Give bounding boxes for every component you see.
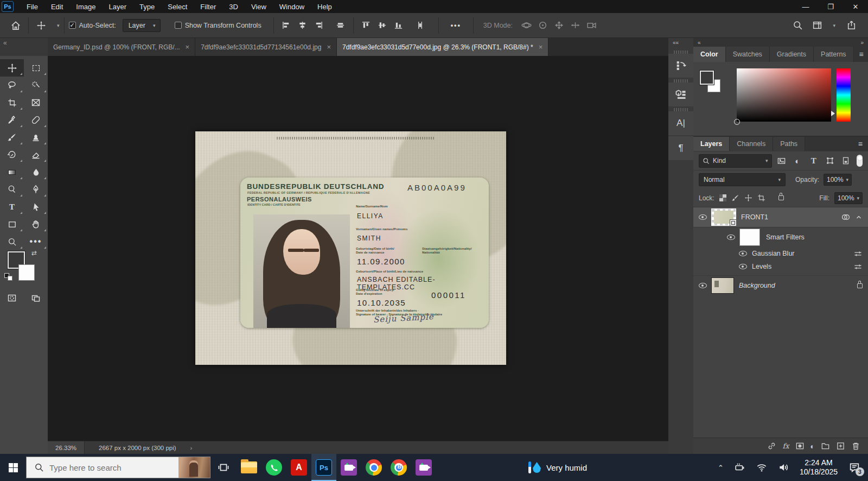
auto-select-layer-dropdown[interactable]: Layer ▾ <box>123 19 161 32</box>
filter-shape-layers-icon[interactable] <box>824 154 837 167</box>
color-cursor[interactable] <box>734 119 740 125</box>
filter-adjustment-layers-icon[interactable]: ◐ <box>791 154 804 167</box>
battery-icon[interactable] <box>735 462 745 473</box>
rectangle-tool[interactable] <box>0 216 24 233</box>
align-center-vertical-icon[interactable] <box>374 17 391 34</box>
frame-tool[interactable] <box>24 94 48 111</box>
tab-paths[interactable]: Paths <box>773 137 805 151</box>
menu-help[interactable]: Help <box>311 0 339 13</box>
lock-transparency-icon[interactable] <box>719 194 726 201</box>
chrome-profile-icon[interactable]: B <box>386 454 411 481</box>
blur-tool[interactable] <box>24 163 48 181</box>
show-transform-checkbox[interactable] <box>175 22 182 29</box>
fill-field[interactable]: 100% ▾ <box>834 192 863 204</box>
align-middle-icon[interactable] <box>333 17 349 34</box>
align-top-icon[interactable] <box>358 17 374 34</box>
hue-slider[interactable] <box>837 68 851 122</box>
expand-panels-icon[interactable]: «« <box>668 38 693 47</box>
close-icon[interactable]: × <box>327 43 331 51</box>
smart-filters-label[interactable]: Smart Filters <box>766 233 805 241</box>
document-image[interactable]: BUNDESREPUBLIK DEUTSCHLAND FEDERAL REPUB… <box>195 131 506 365</box>
layer-style-fx-icon[interactable]: fx <box>782 442 789 450</box>
toolbar-collapse[interactable]: « <box>0 38 48 56</box>
clone-stamp-tool[interactable] <box>24 129 48 146</box>
move-tool[interactable] <box>0 59 24 77</box>
expand-dock-icon[interactable]: « <box>698 40 701 46</box>
new-layer-icon[interactable] <box>836 441 845 451</box>
menu-window[interactable]: Window <box>273 0 311 13</box>
add-layer-mask-icon[interactable] <box>795 441 805 451</box>
auto-select-checkbox[interactable]: ✓ <box>69 22 76 29</box>
close-icon[interactable]: × <box>186 43 190 51</box>
lock-all-icon[interactable] <box>770 194 784 202</box>
layer-row-background[interactable]: Background <box>693 275 868 295</box>
foreground-color-swatch[interactable] <box>700 71 714 85</box>
levels-label[interactable]: Levels <box>752 263 771 270</box>
3d-pan-icon[interactable] <box>551 17 567 34</box>
visibility-eye-icon[interactable] <box>693 214 712 220</box>
smart-filter-icon[interactable] <box>841 212 851 222</box>
status-chevron-icon[interactable]: › <box>190 445 193 451</box>
quick-mask-icon[interactable] <box>0 289 24 307</box>
swap-colors-icon[interactable]: ⇄ <box>31 249 37 257</box>
document-tab-3-active[interactable]: 7dfdf9ae3efc33031d5d77e00d.jpg @ 26.3% (… <box>337 38 548 56</box>
menu-select[interactable]: Select <box>161 0 194 13</box>
restore-button[interactable]: ❐ <box>818 0 843 13</box>
filter-blend-options-icon[interactable] <box>853 262 863 271</box>
hue-slider-arrow[interactable] <box>831 111 835 116</box>
notification-center-icon[interactable]: 3 <box>848 461 860 473</box>
chrome-icon[interactable] <box>361 454 386 481</box>
lock-position-icon[interactable] <box>744 194 752 202</box>
panel-menu-icon[interactable]: ≡ <box>854 47 868 62</box>
whatsapp-icon[interactable] <box>261 454 286 481</box>
pen-tool[interactable] <box>24 181 48 198</box>
menu-file[interactable]: File <box>20 0 44 13</box>
document-tab-2[interactable]: 7dfdf9ae3efc33031d5d77134561e00d.jpg × <box>195 38 337 56</box>
taskbar-weather[interactable]: Very humid <box>528 461 587 473</box>
document-tab-1[interactable]: Germany_ID.psd @ 100% (FRONT, RGB/... × <box>48 38 195 56</box>
filter-smart-objects-icon[interactable] <box>839 154 852 167</box>
spot-healing-brush-tool[interactable] <box>24 111 48 129</box>
video-app-icon[interactable] <box>336 454 361 481</box>
menu-view[interactable]: View <box>245 0 273 13</box>
tab-channels[interactable]: Channels <box>730 137 773 151</box>
chevron-down-icon[interactable]: ▾ <box>833 23 835 28</box>
taskbar-search-box[interactable] <box>26 457 210 478</box>
chevron-down-icon[interactable]: ▾ <box>57 23 60 28</box>
file-explorer-icon[interactable] <box>237 454 261 481</box>
tab-layers[interactable]: Layers <box>693 137 730 151</box>
wifi-icon[interactable] <box>756 462 767 473</box>
history-brush-tool[interactable] <box>0 146 24 163</box>
move-tool-icon[interactable] <box>33 17 49 34</box>
share-icon[interactable] <box>843 17 859 34</box>
close-icon[interactable]: × <box>539 43 543 51</box>
start-button[interactable] <box>0 454 26 481</box>
more-options-icon[interactable]: ••• <box>443 22 469 29</box>
saturation-brightness-field[interactable] <box>737 68 831 122</box>
layer-row-gaussian-blur[interactable]: Gaussian Blur <box>693 247 868 260</box>
blend-mode-dropdown[interactable]: Normal ▾ <box>699 173 786 186</box>
menu-3d[interactable]: 3D <box>222 0 245 13</box>
canvas-area[interactable]: BUNDESREPUBLIK DEUTSCHLAND FEDERAL REPUB… <box>48 56 668 441</box>
close-button[interactable]: ✕ <box>843 0 868 13</box>
path-select-tool[interactable] <box>24 198 48 216</box>
opacity-field[interactable]: 100% ▾ <box>824 174 852 186</box>
visibility-eye-icon[interactable] <box>733 264 752 269</box>
background-color-swatch[interactable] <box>18 264 35 281</box>
volume-icon[interactable] <box>778 462 789 473</box>
lock-artboard-icon[interactable] <box>757 194 765 202</box>
video-app-icon-2[interactable] <box>411 454 436 481</box>
3d-roll-icon[interactable] <box>534 17 551 34</box>
character-panel-icon[interactable]: A| <box>668 111 693 135</box>
3d-camera-icon[interactable] <box>583 17 599 34</box>
history-panel-icon[interactable] <box>668 54 693 78</box>
filter-mask-thumbnail[interactable] <box>740 229 760 245</box>
acrobat-reader-icon[interactable]: A <box>286 454 311 481</box>
filter-blend-options-icon[interactable] <box>853 249 863 258</box>
screen-mode-icon[interactable] <box>24 289 48 307</box>
search-input[interactable] <box>49 463 152 472</box>
align-bottom-icon[interactable] <box>391 17 407 34</box>
collapse-dock-icon[interactable]: » <box>860 40 864 46</box>
link-layers-icon[interactable] <box>767 441 776 451</box>
align-right-icon[interactable] <box>311 17 327 34</box>
